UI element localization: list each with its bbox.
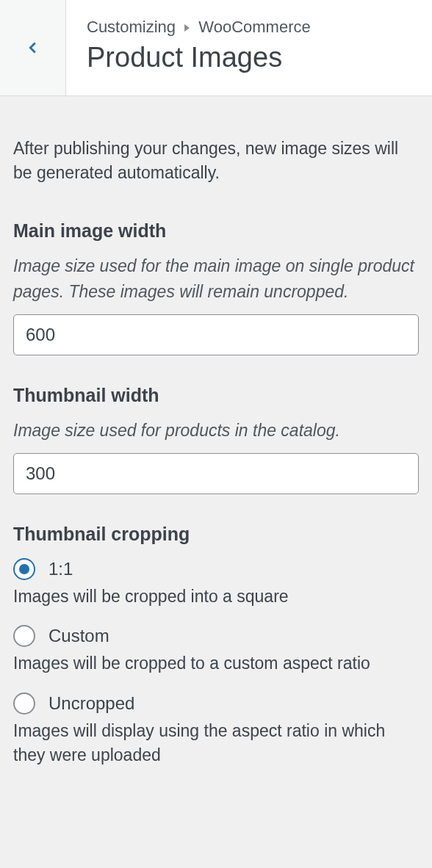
thumbnail-cropping-group: Thumbnail cropping 1:1 Images will be cr… bbox=[13, 524, 419, 767]
radio-custom-description: Images will be cropped to a custom aspec… bbox=[13, 651, 419, 676]
thumbnail-cropping-radios: 1:1 Images will be cropped into a square… bbox=[13, 558, 419, 767]
back-button[interactable] bbox=[0, 0, 66, 95]
radio-uncropped[interactable] bbox=[13, 692, 35, 715]
main-image-width-input[interactable] bbox=[13, 314, 419, 355]
header-titles: Customizing WooCommerce Product Images bbox=[66, 0, 432, 95]
radio-uncropped-description: Images will display using the aspect rat… bbox=[13, 719, 419, 768]
radio-option-1-1: 1:1 Images will be cropped into a square bbox=[13, 558, 419, 609]
radio-1-1[interactable] bbox=[13, 558, 35, 580]
chevron-left-icon bbox=[25, 40, 41, 56]
radio-option-uncropped: Uncropped Images will display using the … bbox=[13, 692, 419, 768]
panel-content: After publishing your changes, new image… bbox=[0, 96, 432, 812]
radio-custom[interactable] bbox=[13, 625, 35, 647]
thumbnail-width-input[interactable] bbox=[13, 453, 419, 494]
info-text: After publishing your changes, new image… bbox=[13, 137, 419, 186]
breadcrumb: Customizing WooCommerce bbox=[87, 18, 417, 37]
radio-custom-label[interactable]: Custom bbox=[48, 626, 109, 646]
thumbnail-width-label: Thumbnail width bbox=[13, 385, 419, 406]
breadcrumb-prefix: Customizing bbox=[87, 18, 176, 36]
main-image-width-group: Main image width Image size used for the… bbox=[13, 220, 419, 355]
radio-uncropped-label[interactable]: Uncropped bbox=[48, 693, 134, 714]
breadcrumb-caret-icon bbox=[184, 24, 190, 32]
radio-option-custom: Custom Images will be cropped to a custo… bbox=[13, 625, 419, 676]
main-image-width-description: Image size used for the main image on si… bbox=[13, 253, 419, 304]
thumbnail-width-description: Image size used for products in the cata… bbox=[13, 418, 419, 444]
radio-1-1-label[interactable]: 1:1 bbox=[48, 559, 73, 579]
panel-title: Product Images bbox=[87, 41, 417, 75]
customizer-header: Customizing WooCommerce Product Images bbox=[0, 0, 432, 96]
main-image-width-label: Main image width bbox=[13, 220, 419, 242]
breadcrumb-section: WooCommerce bbox=[198, 18, 310, 36]
thumbnail-cropping-label: Thumbnail cropping bbox=[13, 524, 419, 545]
thumbnail-width-group: Thumbnail width Image size used for prod… bbox=[13, 385, 419, 494]
radio-dot-icon bbox=[19, 564, 29, 574]
radio-1-1-description: Images will be cropped into a square bbox=[13, 585, 419, 609]
